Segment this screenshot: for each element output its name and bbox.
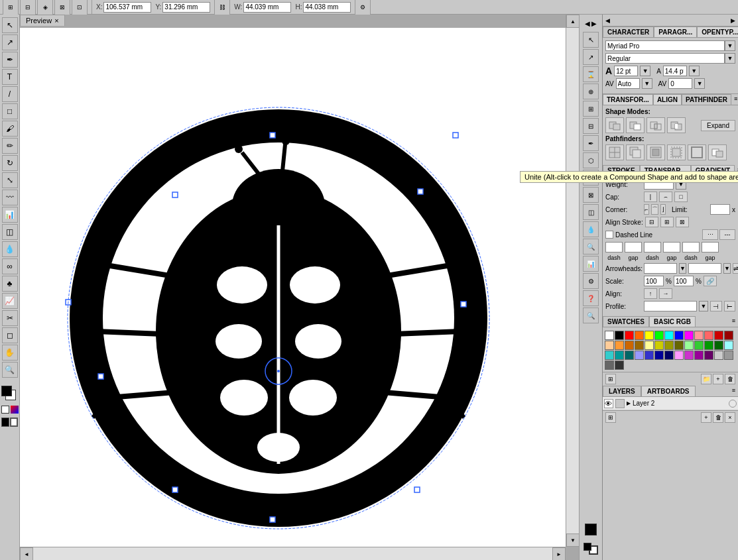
miter-join-btn[interactable]: ⌐	[644, 204, 649, 215]
font-style-input[interactable]	[605, 53, 725, 64]
tab-artboards[interactable]: ARTBOARDS	[641, 386, 696, 396]
color-selector[interactable]	[1, 386, 19, 403]
vertical-scrollbar[interactable]: ▲ ▼	[566, 15, 579, 547]
swatch-11[interactable]	[714, 331, 723, 340]
tab-swatches[interactable]: SWATCHES	[603, 316, 649, 327]
layers-panel-menu[interactable]: ≡	[729, 386, 738, 396]
scroll-up-arrow[interactable]: ▲	[566, 15, 579, 28]
layer-lock-icon[interactable]	[615, 399, 625, 408]
outline-btn[interactable]	[688, 144, 706, 160]
swatch-17[interactable]	[645, 341, 654, 350]
x-input[interactable]	[103, 2, 151, 13]
gap1-input[interactable]	[625, 242, 642, 252]
unite-mode-btn[interactable]	[605, 117, 624, 133]
right-tool-12[interactable]: 💧	[583, 221, 599, 237]
swatch-2[interactable]	[625, 331, 634, 340]
right-tool-1[interactable]: ↖	[583, 32, 599, 48]
limit-input[interactable]	[710, 204, 730, 215]
swatch-4[interactable]	[645, 331, 654, 340]
font-style-dropdown[interactable]: ▼	[725, 53, 735, 64]
kerning-dropdown[interactable]: ▼	[642, 78, 652, 89]
slice-tool[interactable]: ✂	[2, 310, 18, 326]
select-tool[interactable]: ↖	[2, 17, 18, 33]
direct-select-tool[interactable]: ↗	[2, 34, 18, 50]
square-cap-btn[interactable]: □	[674, 192, 688, 202]
gap2-input[interactable]	[663, 242, 680, 252]
swatch-27[interactable]	[615, 351, 624, 360]
swatch-20[interactable]	[674, 341, 684, 350]
swatch-14[interactable]	[615, 341, 624, 350]
align-outside-btn[interactable]: ⊠	[676, 217, 689, 227]
merge-btn[interactable]	[646, 144, 665, 160]
font-size-dropdown[interactable]: ▼	[640, 66, 650, 76]
swatch-28[interactable]	[625, 351, 634, 360]
swatch-29[interactable]	[635, 351, 644, 360]
canvas-surface[interactable]	[20, 28, 566, 547]
collapse-right-arrow[interactable]: ▶	[591, 20, 597, 27]
swatch-8[interactable]	[684, 331, 694, 340]
shape-tool[interactable]: □	[2, 103, 18, 119]
right-tool-11[interactable]: ◫	[583, 204, 599, 220]
swatch-30[interactable]	[645, 351, 654, 360]
dash-option-1[interactable]: ⋯	[702, 229, 718, 240]
paintbrush-tool[interactable]: 🖌	[2, 121, 18, 137]
right-tool-10[interactable]: ⊠	[583, 187, 599, 203]
swatch-38[interactable]	[724, 351, 733, 360]
options-icon[interactable]: ⚙	[355, 0, 371, 15]
profile-btn-2[interactable]: ⊢	[724, 301, 735, 311]
delete-swatch-btn[interactable]: 🗑	[725, 374, 735, 384]
swatch-13[interactable]	[605, 341, 614, 350]
swatch-35[interactable]	[694, 351, 704, 360]
kerning-input[interactable]	[618, 79, 637, 88]
dash-option-2[interactable]: ---	[719, 229, 735, 240]
font-name-input[interactable]	[605, 40, 725, 51]
gradient-color-icon[interactable]	[11, 406, 19, 414]
swatch-36[interactable]	[704, 351, 713, 360]
right-tool-17[interactable]: 🔍	[583, 308, 599, 323]
line-tool[interactable]: /	[2, 86, 18, 102]
dash2-input[interactable]	[644, 242, 661, 252]
h-input[interactable]	[303, 2, 351, 13]
leading-dropdown[interactable]: ▼	[689, 66, 700, 76]
butt-cap-btn[interactable]: |	[644, 192, 657, 202]
profile-dropdown[interactable]: ▼	[699, 301, 708, 311]
arrowhead-end-input[interactable]	[688, 263, 721, 274]
scroll-right-arrow[interactable]: ►	[552, 547, 566, 560]
tab-opentype[interactable]: OPENTYP...	[697, 27, 738, 37]
swatch-26[interactable]	[605, 351, 614, 360]
show-swatch-kinds-btn[interactable]: ⊞	[605, 374, 616, 384]
panel-left-arrow[interactable]: ◀	[605, 17, 610, 24]
round-cap-btn[interactable]: ⌢	[659, 192, 672, 202]
layers-panel-close-btn[interactable]: ×	[725, 412, 735, 423]
swatch-34[interactable]	[684, 351, 694, 360]
zoom-tool[interactable]: 🔍	[2, 362, 18, 378]
swatch-16[interactable]	[635, 341, 644, 350]
divide-btn[interactable]	[605, 144, 624, 160]
tab-layers[interactable]: LAYERS	[603, 386, 641, 396]
arrowhead-start-dropdown[interactable]: ▼	[679, 263, 686, 274]
layer-expand-icon[interactable]: ▶	[627, 400, 631, 406]
scale-tool[interactable]: ⤡	[2, 172, 18, 188]
scale-input-1[interactable]	[644, 276, 664, 286]
find-layer-btn[interactable]: ⊞	[605, 412, 616, 423]
collapse-left-arrow[interactable]: ◀	[585, 20, 590, 27]
gradient-tool[interactable]: ◫	[2, 224, 18, 240]
pen-tool[interactable]: ✒	[2, 52, 18, 68]
toolbar-icon-5[interactable]: ⊡	[72, 0, 88, 15]
tab-transform[interactable]: TRANSFOR...	[603, 94, 653, 105]
trim-btn[interactable]	[626, 144, 645, 160]
right-tool-5[interactable]: ⊞	[583, 101, 599, 117]
swatch-10[interactable]	[704, 331, 713, 340]
rotate-tool[interactable]: ↻	[2, 155, 18, 171]
dash3-input[interactable]	[682, 242, 700, 252]
swatch-31[interactable]	[654, 351, 664, 360]
arrowhead-swap-btn[interactable]: ⇌	[733, 263, 738, 274]
right-tool-8[interactable]: ⬡	[583, 152, 599, 168]
scale-link-btn[interactable]: 🔗	[704, 276, 717, 286]
w-input[interactable]	[243, 2, 291, 13]
intersect-mode-btn[interactable]	[646, 117, 665, 133]
new-layer-btn[interactable]: +	[701, 412, 711, 423]
hand-tool[interactable]: ✋	[2, 345, 18, 361]
swatch-37[interactable]	[714, 351, 723, 360]
right-tool-6[interactable]: ⊟	[583, 118, 599, 134]
